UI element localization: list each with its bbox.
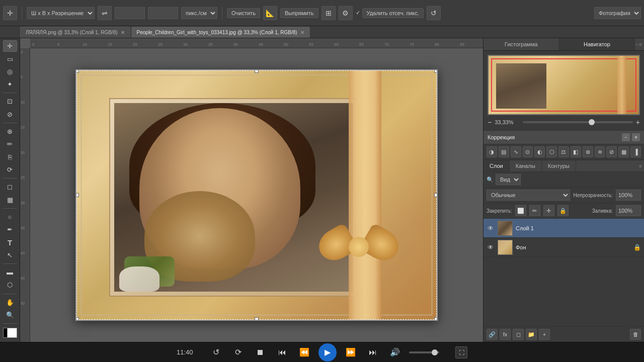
fill-input[interactable] xyxy=(616,205,641,216)
threshold-icon[interactable]: ▐ xyxy=(630,146,641,157)
tool-shape[interactable]: ▬ xyxy=(3,266,17,278)
align-icon[interactable]: 📐 xyxy=(263,6,277,20)
background-color[interactable] xyxy=(7,328,17,338)
layers-tab-layers[interactable]: Слои xyxy=(484,160,510,171)
layers-tab-channels[interactable]: Каналы xyxy=(510,160,542,171)
tool-eyedropper[interactable]: ⊘ xyxy=(3,109,17,120)
bw-icon[interactable]: ◧ xyxy=(571,146,581,157)
posterize-icon[interactable]: ▦ xyxy=(618,146,629,157)
tool-lasso[interactable]: ◎ xyxy=(3,66,17,77)
vc-volume-btn[interactable]: 🔊 xyxy=(387,344,403,360)
tool-zoom[interactable]: 🔍 xyxy=(3,309,17,321)
blending-mode-select[interactable]: Обычные xyxy=(487,190,570,201)
tool-history-brush[interactable]: ⟳ xyxy=(3,164,17,175)
tool-move[interactable]: ✛ xyxy=(3,40,17,52)
vc-rewind-btn[interactable]: ⏪ xyxy=(296,344,312,360)
canvas-area[interactable]: 0 5 10 15 20 25 30 35 40 45 50 55 60 65 … xyxy=(20,38,483,342)
clean-button[interactable]: Очистить xyxy=(227,8,260,18)
nav-slider-thumb[interactable] xyxy=(589,119,595,125)
navigator-tab[interactable]: Навигатор xyxy=(559,38,635,50)
swap-icon[interactable]: ⇌ xyxy=(98,6,112,20)
tool-path-select[interactable]: ↖ xyxy=(3,249,17,261)
volume-thumb[interactable] xyxy=(432,349,438,355)
add-mask-btn[interactable]: ◻ xyxy=(513,329,524,340)
layer-item-bg[interactable]: 👁 Фон 🔒 xyxy=(484,238,644,257)
histogram-tab[interactable]: Гистограмма xyxy=(484,38,559,50)
tool-text[interactable]: T xyxy=(3,236,17,248)
settings-icon[interactable]: ⚙ xyxy=(339,6,353,20)
add-layer-btn[interactable]: + xyxy=(539,329,550,340)
layers-view-select[interactable]: Вид xyxy=(496,174,521,185)
color-balance-icon[interactable]: ⚖ xyxy=(558,146,569,157)
workspace-select[interactable]: Фотография xyxy=(594,7,641,19)
tab-2[interactable]: People_Children_Girl_with_toys_033413.jp… xyxy=(131,27,310,38)
tab-2-close[interactable]: ✕ xyxy=(300,30,304,35)
units-select[interactable]: пикс./см xyxy=(181,7,217,19)
lock-all[interactable]: 🔒 xyxy=(557,205,569,216)
tool-select-rect[interactable]: ▭ xyxy=(3,53,17,64)
tool-eraser[interactable]: ◻ xyxy=(3,181,17,193)
tool-pen[interactable]: ✒ xyxy=(3,224,17,235)
tool-dodge[interactable]: ○ xyxy=(3,211,17,223)
hsl-icon[interactable]: ⬡ xyxy=(546,146,557,157)
correction-icon-2[interactable]: ≡ xyxy=(632,133,640,141)
panel-options[interactable]: ≡ xyxy=(639,42,642,47)
vc-loop-btn[interactable]: ↺ xyxy=(208,344,224,360)
add-group-btn[interactable]: 📁 xyxy=(526,329,537,340)
vibrance-icon[interactable]: ◐ xyxy=(534,146,545,157)
artwork-image[interactable] xyxy=(75,69,438,321)
vc-next-btn[interactable]: ⏭ xyxy=(365,344,381,360)
nav-zoom-out[interactable]: − xyxy=(488,118,492,126)
curves-icon[interactable]: ∿ xyxy=(511,146,521,157)
tool-3d[interactable]: ⬡ xyxy=(3,279,17,291)
correction-icon-1[interactable]: − xyxy=(622,133,630,141)
tool-clone[interactable]: ⎘ xyxy=(3,151,17,163)
align-button[interactable]: Выпрямить xyxy=(280,8,318,18)
tool-preset-select[interactable]: Ш x В x Разрешение xyxy=(27,7,95,19)
levels-icon[interactable]: ▤ xyxy=(499,146,509,157)
tool-crop[interactable]: ⊡ xyxy=(3,96,17,107)
layer-item-1[interactable]: 👁 Слой 1 xyxy=(484,219,644,238)
vc-play-btn[interactable]: ▶ xyxy=(318,343,337,361)
opacity-input[interactable] xyxy=(616,190,641,201)
volume-slider[interactable] xyxy=(409,351,439,353)
exposure-icon[interactable]: ⊙ xyxy=(523,146,533,157)
undo-icon[interactable]: ↺ xyxy=(427,6,441,20)
invert-icon[interactable]: ⊘ xyxy=(606,146,617,157)
tool-heal[interactable]: ⊕ xyxy=(3,126,17,137)
panel-minimize[interactable]: − xyxy=(635,42,638,47)
grid-icon[interactable]: ⊞ xyxy=(321,6,336,20)
lock-transparency[interactable]: ⬜ xyxy=(515,205,526,216)
photo-layer[interactable] xyxy=(114,103,353,292)
photo-filter-icon[interactable]: ⊛ xyxy=(583,146,593,157)
canvas-content[interactable] xyxy=(30,48,483,342)
tool-brush[interactable]: ✏ xyxy=(3,138,17,150)
tab-1[interactable]: ЛЯЛЯЛЯ.png @ 33,3% (Слой 1, RGB/8) ✕ xyxy=(20,27,130,38)
canvas-document[interactable] xyxy=(75,69,438,321)
vc-refresh-btn[interactable]: ⟳ xyxy=(230,344,246,360)
layers-panel-menu[interactable]: ≡ xyxy=(639,163,642,169)
layers-tab-paths[interactable]: Контуры xyxy=(542,160,576,171)
tool-hand[interactable]: ✋ xyxy=(3,296,17,308)
height-input[interactable] xyxy=(148,7,178,19)
nav-zoom-in[interactable]: + xyxy=(636,118,640,126)
lock-image[interactable]: ✏ xyxy=(529,205,540,216)
vc-forward-btn[interactable]: ⏩ xyxy=(343,344,359,360)
fullscreen-btn[interactable]: ⛶ xyxy=(455,346,467,358)
tab-1-close[interactable]: ✕ xyxy=(121,30,125,35)
move-tool-icon[interactable]: ✛ xyxy=(3,6,17,20)
layer-bg-visibility[interactable]: 👁 xyxy=(487,243,495,251)
navigator-preview[interactable] xyxy=(488,55,640,115)
tool-gradient[interactable]: ▦ xyxy=(3,194,17,205)
add-style-btn[interactable]: fx xyxy=(500,329,511,340)
layer-1-visibility[interactable]: 👁 xyxy=(487,224,495,232)
width-input[interactable] xyxy=(115,7,145,19)
bright-contrast-icon[interactable]: ◑ xyxy=(487,146,497,157)
delete-slices-button[interactable]: Удалить отсеч. пикс. xyxy=(362,8,424,18)
link-layers-btn[interactable]: 🔗 xyxy=(487,329,498,340)
delete-layer-btn[interactable]: 🗑 xyxy=(630,329,641,340)
nav-zoom-slider[interactable] xyxy=(523,121,633,123)
channel-mix-icon[interactable]: ≋ xyxy=(595,146,605,157)
vc-prev-btn[interactable]: ⏮ xyxy=(274,344,290,360)
lock-position[interactable]: ✛ xyxy=(543,205,554,216)
